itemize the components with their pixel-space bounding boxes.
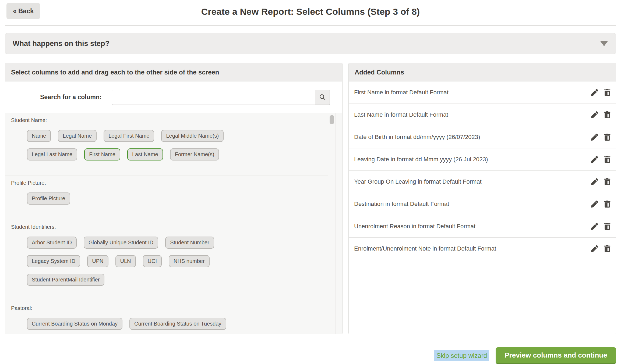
section-rows: Current Boarding Status on MondayCurrent… (5, 318, 328, 330)
edit-column-button[interactable] (591, 223, 598, 230)
delete-column-button[interactable] (604, 111, 611, 118)
added-column-label: First Name in format Default Format (354, 89, 585, 96)
column-chip[interactable]: Former Name(s) (170, 148, 219, 160)
trash-icon (604, 89, 611, 96)
header-divider (5, 25, 616, 26)
section-label: Pastoral: (11, 305, 328, 311)
added-column-label: Last Name in format Default Format (354, 111, 585, 118)
column-chip[interactable]: First Name (84, 148, 120, 160)
trash-icon (604, 111, 611, 118)
column-chip[interactable]: NHS number (169, 255, 210, 267)
scrollbar-track[interactable] (328, 113, 336, 334)
search-input[interactable] (112, 90, 315, 105)
delete-column-button[interactable] (604, 134, 611, 141)
search-button[interactable] (315, 90, 330, 105)
skip-setup-wizard-link[interactable]: Skip setup wizard (434, 350, 489, 361)
column-chip[interactable]: Current Boarding Status on Tuesday (129, 318, 226, 330)
pencil-icon (591, 245, 598, 252)
main-content: Select columns to add and drag each to t… (5, 63, 616, 334)
added-column-row[interactable]: Year Group On Leaving in format Default … (349, 171, 616, 193)
chip-row: Legacy System IDUPNULNUCINHS number (27, 255, 328, 267)
preview-continue-button[interactable]: Preview columns and continue (496, 347, 616, 364)
search-row: Search for a column: (5, 81, 342, 113)
section-label: Profile Picture: (11, 180, 328, 186)
page-title: Create a New Report: Select Columns (Ste… (0, 0, 621, 17)
delete-column-button[interactable] (604, 156, 611, 163)
added-column-row[interactable]: Date of Birth in format dd/mm/yyyy (26/0… (349, 126, 616, 148)
edit-column-button[interactable] (591, 111, 598, 118)
column-section: Pastoral: Current Boarding Status on Mon… (5, 301, 328, 334)
pencil-icon (591, 89, 598, 96)
scrollbar-thumb[interactable] (330, 115, 334, 124)
trash-icon (604, 223, 611, 230)
trash-icon (604, 201, 611, 208)
delete-column-button[interactable] (604, 201, 611, 208)
column-chip[interactable]: Current Boarding Status on Monday (27, 318, 122, 330)
edit-column-button[interactable] (591, 134, 598, 141)
column-section: Profile Picture: Profile Picture (5, 176, 328, 220)
column-chip[interactable]: Profile Picture (27, 192, 70, 205)
added-column-row[interactable]: Unenrolment Reason in format Default For… (349, 215, 616, 238)
step-info-toggle[interactable]: What happens on this step? (5, 33, 616, 54)
column-chip[interactable]: Globally Unique Student ID (84, 237, 158, 249)
added-column-label: Enrolment/Unenrolment Note in format Def… (354, 245, 585, 252)
page-header: « Back Create a New Report: Select Colum… (0, 0, 621, 25)
delete-column-button[interactable] (604, 245, 611, 252)
column-chip[interactable]: ULN (115, 255, 136, 267)
pencil-icon (591, 178, 598, 185)
column-chip[interactable]: Arbor Student ID (27, 237, 77, 249)
column-chip[interactable]: Legal Middle Name(s) (161, 130, 224, 142)
edit-column-button[interactable] (591, 178, 598, 185)
pencil-icon (591, 201, 598, 208)
added-columns-panel: Added Columns First Name in format Defau… (348, 63, 616, 334)
column-section: Student Name: NameLegal NameLegal First … (5, 113, 328, 176)
chip-row: Profile Picture (27, 192, 328, 205)
column-chip[interactable]: Legal First Name (104, 130, 154, 142)
section-rows: NameLegal NameLegal First NameLegal Midd… (5, 130, 328, 160)
edit-column-button[interactable] (591, 156, 598, 163)
edit-column-button[interactable] (591, 245, 598, 252)
column-sections: Student Name: NameLegal NameLegal First … (5, 113, 328, 334)
back-button[interactable]: « Back (6, 3, 40, 19)
added-column-row[interactable]: Last Name in format Default Format (349, 104, 616, 126)
chevron-down-icon (600, 41, 608, 46)
added-column-row[interactable]: Enrolment/Unenrolment Note in format Def… (349, 238, 616, 260)
trash-icon (604, 245, 611, 252)
added-column-row[interactable]: Leaving Date in format dd Mmm yyyy (26 J… (349, 148, 616, 171)
chip-row: Legal Last NameFirst NameLast NameFormer… (27, 148, 328, 160)
chip-row: NameLegal NameLegal First NameLegal Midd… (27, 130, 328, 142)
delete-column-button[interactable] (604, 223, 611, 230)
pencil-icon (591, 111, 598, 118)
column-chip[interactable]: Student Number (165, 237, 214, 249)
edit-column-button[interactable] (591, 201, 598, 208)
column-chip[interactable]: Student ParentMail Identifier (27, 274, 104, 286)
delete-column-button[interactable] (604, 178, 611, 185)
column-chip[interactable]: Legacy System ID (27, 255, 80, 267)
column-chip[interactable]: UCI (143, 255, 162, 267)
delete-column-button[interactable] (604, 89, 611, 96)
added-column-row[interactable]: First Name in format Default Format (349, 81, 616, 104)
column-chip[interactable]: Legal Last Name (27, 148, 77, 160)
added-column-label: Date of Birth in format dd/mm/yyyy (26/0… (354, 134, 585, 141)
column-chip[interactable]: Last Name (127, 148, 163, 160)
chip-row: Arbor Student IDGlobally Unique Student … (27, 237, 328, 249)
search-icon (319, 94, 326, 101)
column-picker-title: Select columns to add and drag each to t… (5, 63, 342, 81)
search-group (112, 90, 330, 105)
pencil-icon (591, 223, 598, 230)
step-info-question: What happens on this step? (13, 40, 110, 48)
edit-column-button[interactable] (591, 89, 598, 96)
column-chip[interactable]: Legal Name (58, 130, 97, 142)
section-rows: Arbor Student IDGlobally Unique Student … (5, 237, 328, 286)
footer-actions: Skip setup wizard Preview columns and co… (434, 347, 616, 364)
added-column-row[interactable]: Destination in format Default Format (349, 193, 616, 215)
column-picker-panel: Select columns to add and drag each to t… (5, 63, 343, 334)
trash-icon (604, 156, 611, 163)
column-chip[interactable]: Name (27, 130, 51, 142)
added-column-label: Unenrolment Reason in format Default For… (354, 223, 585, 230)
trash-icon (604, 134, 611, 141)
trash-icon (604, 178, 611, 185)
chip-row: Current Boarding Status on MondayCurrent… (27, 318, 328, 330)
column-chip[interactable]: UPN (87, 255, 108, 267)
chip-row: Student ParentMail Identifier (27, 274, 328, 286)
